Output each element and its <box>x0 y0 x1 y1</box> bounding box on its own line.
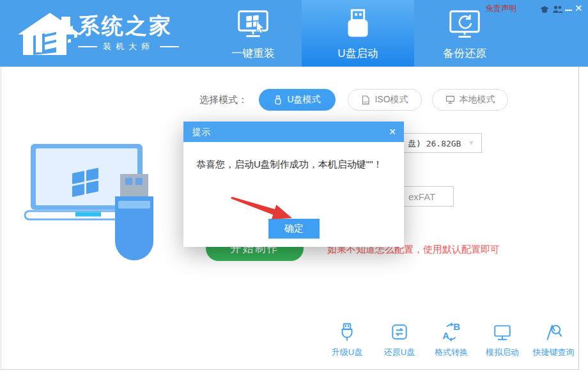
tab-label: 备份还原 <box>414 46 515 61</box>
footer-label: 还原U盘 <box>376 347 422 358</box>
tab-one-key-reinstall[interactable]: 一键重装 <box>205 0 302 67</box>
svg-text:A: A <box>442 330 449 341</box>
dialog-ok-button[interactable]: 确定 <box>268 219 320 239</box>
footer-label: 快捷键查询 <box>528 347 579 358</box>
monitor-windows-cursor-icon <box>235 8 272 45</box>
footer-simulate-boot[interactable]: 模拟启动 <box>479 322 525 358</box>
window-left-border <box>1 67 1 370</box>
footer-upgrade-usb[interactable]: 升级U盘 <box>324 322 370 358</box>
flag-magnifier-icon <box>543 322 564 342</box>
dropdown-caret-icon: ▼ <box>468 139 475 146</box>
brand-name: 系统之家 <box>78 12 173 41</box>
users-icon[interactable] <box>552 4 563 13</box>
usb-device-value: 盘) 26.82GB <box>408 138 461 150</box>
usb-drive-icon <box>339 8 376 45</box>
format-value: exFAT <box>408 191 435 202</box>
app-window: 系统之家 装机大师 一键重装 <box>0 0 588 371</box>
close-button[interactable]: ✕ <box>575 3 583 14</box>
dialog-close-icon[interactable]: ✕ <box>389 122 396 142</box>
dialog-message: 恭喜您，启动U盘制作成功，本机启动键""！ <box>196 159 382 171</box>
monitor-restore-icon <box>446 8 483 45</box>
mode-local-button[interactable]: 本地模式 <box>432 89 508 111</box>
subtitle-dash-left <box>78 46 97 47</box>
usb-plug-icon <box>337 322 357 342</box>
dialog-titlebar: 提示 ✕ <box>183 122 404 142</box>
footer-hotkey-query[interactable]: 快捷键查询 <box>528 322 579 358</box>
mode-option-label: 本地模式 <box>460 94 495 106</box>
tab-label: 一键重装 <box>205 46 302 61</box>
svg-text:ISO: ISO <box>364 100 369 104</box>
restore-square-icon <box>389 322 410 342</box>
minimize-button[interactable] <box>565 10 572 11</box>
laptop-usb-illustration <box>22 138 169 265</box>
iso-file-icon: ISO <box>361 95 370 105</box>
header-bar: 系统之家 装机大师 一键重装 <box>0 0 588 67</box>
usb-small-icon <box>274 95 282 105</box>
service-hat-icon[interactable] <box>539 4 550 13</box>
footer-format-convert[interactable]: A B 格式转换 <box>428 322 474 358</box>
svg-text:B: B <box>453 322 460 332</box>
dialog-title: 提示 <box>192 127 210 137</box>
footer-label: 升级U盘 <box>324 347 370 358</box>
a-to-b-convert-icon: A B <box>441 322 461 342</box>
monitor-small-icon <box>445 95 455 104</box>
footer-restore-usb[interactable]: 还原U盘 <box>376 322 422 358</box>
tab-label: U盘启动 <box>302 46 414 61</box>
brand-subtitle: 装机大师 <box>78 41 179 52</box>
success-dialog: 提示 ✕ 恭喜您，启动U盘制作成功，本机启动键""！ 确定 <box>183 122 404 247</box>
mode-iso-button[interactable]: ISO ISO模式 <box>348 89 422 111</box>
monitor-icon <box>492 322 513 342</box>
tab-usb-boot[interactable]: U盘启动 <box>302 0 414 67</box>
mode-option-label: U盘模式 <box>287 94 320 106</box>
subtitle-dash-right <box>160 46 179 47</box>
disclaimer-link[interactable]: 免责声明 <box>486 3 516 14</box>
window-bottom-border <box>1 369 579 370</box>
brand-logo-icon <box>17 8 82 59</box>
mode-select-label: 选择模式： <box>199 94 247 106</box>
footer-label: 模拟启动 <box>479 347 525 358</box>
mode-usb-button[interactable]: U盘模式 <box>259 89 336 111</box>
mode-option-label: ISO模式 <box>375 94 408 106</box>
footer-label: 格式转换 <box>428 347 474 358</box>
